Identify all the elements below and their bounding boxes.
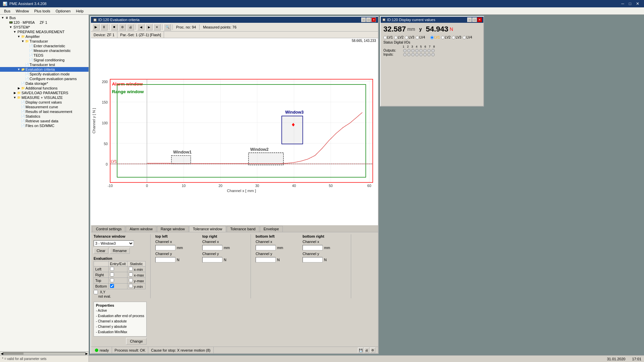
lv-left-radio-4[interactable] — [416, 36, 419, 39]
status-settings-btn[interactable]: ⚙ — [370, 348, 375, 353]
tree-item-configure-eval[interactable]: 📄 Configure evaluation params — [0, 76, 89, 81]
menu-window[interactable]: Window — [13, 8, 32, 14]
menu-help[interactable]: Help — [73, 8, 86, 14]
cb-bottom-entry[interactable] — [110, 284, 114, 288]
tree-item-meas-curve[interactable]: 📄 Measurement curve — [0, 105, 89, 109]
cb-left-stat[interactable] — [129, 267, 133, 271]
eval-win-minimize[interactable]: ─ — [361, 17, 366, 22]
top-right-x-input[interactable]: 33.342 — [202, 245, 222, 250]
tree-item-transducer[interactable]: ▼ 📁 Transducer — [0, 39, 89, 44]
rename-button[interactable]: Rename — [110, 248, 130, 254]
tree-item-results-last[interactable]: 📄 Results of last measurement — [0, 109, 89, 114]
lv-left-radio-3[interactable] — [405, 36, 408, 39]
tree-item-specify-eval[interactable]: 📄 Specify evaluation mode — [0, 72, 89, 76]
cb-xy[interactable] — [94, 290, 98, 294]
tab-tolerance-window[interactable]: Tolerance window — [189, 226, 226, 232]
eval-check-top-entry — [108, 278, 127, 284]
tree-item-statistics[interactable]: 📄 Statistics — [0, 114, 89, 119]
lv-right-radio-1[interactable] — [430, 36, 434, 39]
eval-win-close[interactable]: ✕ — [371, 17, 376, 22]
bottom-right-x-input[interactable]: 33.342 — [303, 245, 323, 250]
tab-range-window[interactable]: Range window — [157, 226, 189, 232]
lv-right-radio-3[interactable] — [452, 36, 455, 39]
record-btn[interactable]: ⏺ — [111, 24, 118, 31]
tree-item-amplifier[interactable]: ▼ 📁 Amplifier — [0, 34, 89, 39]
tab-alarm-window[interactable]: Alarm window — [126, 226, 156, 232]
tree-item-teds[interactable]: 📄 TEDS — [0, 53, 89, 58]
tree-item-save-load[interactable]: ▶ 📁 SAVE/LOAD PARAMETERS — [0, 90, 89, 95]
input-leds — [403, 53, 435, 56]
lv-right-radio-2[interactable] — [441, 36, 444, 39]
tab-tolerance-band[interactable]: Tolerance band — [227, 226, 259, 232]
cb-right-stat[interactable] — [129, 273, 133, 277]
dcv-y-block: 54.943 N — [426, 25, 453, 34]
cross-btn[interactable]: ✕ — [153, 24, 161, 31]
tree-item-mp85a[interactable]: 📟 120 · MP85A ZF 1 — [0, 20, 89, 25]
cb-right-entry[interactable] — [110, 273, 114, 277]
eval-window: 🔲 ID:120 Evaluation criteria ─ □ ✕ ▶ ⏸ ⏺ — [90, 16, 379, 354]
tree-item-measure-char[interactable]: 📄 Measure characteristic — [0, 48, 89, 53]
dcv-win-maximize[interactable]: □ — [472, 17, 477, 22]
right-arr-btn[interactable]: ▶ — [145, 24, 153, 31]
status-print-btn[interactable]: 🖨 — [364, 348, 369, 353]
cb-bottom-stat[interactable] — [129, 284, 133, 288]
data-storage-icon: 📄 — [21, 82, 25, 85]
results-last-icon: 📄 — [21, 110, 25, 113]
tree-item-transducer-test[interactable]: 📄 Transducer test — [0, 62, 89, 67]
lv-left-radio-1[interactable] — [383, 36, 387, 39]
top-right-y-input[interactable]: 71.548 — [202, 257, 222, 262]
left-arr-btn[interactable]: ◀ — [137, 24, 145, 31]
dcv-win-minimize[interactable]: ─ — [467, 17, 472, 22]
bottom-right-y-input[interactable]: 41.987 — [303, 257, 323, 262]
toolbar-sep3 — [162, 24, 162, 30]
tree-item-data-storage[interactable]: 📄 Data storage* — [0, 81, 89, 86]
tree-item-display-curr[interactable]: 📄 Display current values — [0, 100, 89, 105]
tree-item-retrieve-saved[interactable]: 📄 Retrieve saved data — [0, 119, 89, 123]
pause-btn[interactable]: ⏸ — [100, 24, 108, 31]
zoom-btn[interactable]: 🔍 — [164, 24, 171, 31]
play-btn[interactable]: ▶ — [92, 24, 100, 31]
tree-item-prepare[interactable]: ▼ PREPARE MEASUREMENT — [0, 29, 89, 34]
eval-win-maximize[interactable]: □ — [366, 17, 371, 22]
bottom-left-y-input[interactable]: 41.987 — [256, 257, 276, 262]
scroll-left-btn[interactable]: ◀ — [1, 352, 3, 355]
tree-item-signal-cond[interactable]: 📄 Signal conditioning — [0, 58, 89, 62]
change-button[interactable]: Change — [126, 338, 147, 345]
tree-item-add-functions[interactable]: ▶ 📁 Additional functions — [0, 86, 89, 90]
cb-top-entry[interactable] — [110, 278, 114, 282]
top-left-x-input[interactable]: 31.107 — [155, 245, 175, 250]
tree-item-files-sd[interactable]: 📄 Files on SD/MMC — [0, 123, 89, 128]
bottom-left-x-input[interactable]: 31.107 — [256, 245, 276, 250]
lv-left-2-label: LV2 — [398, 36, 404, 39]
cb-top-stat[interactable] — [129, 278, 133, 282]
scroll-right-btn[interactable]: ▶ — [86, 352, 88, 355]
maximize-button[interactable]: □ — [627, 0, 633, 7]
config-btn[interactable]: ⚙ — [119, 24, 126, 31]
window-select[interactable]: 3 - Window3 1 - Window1 2 - Window2 — [94, 240, 134, 246]
cb-left-entry[interactable] — [110, 267, 114, 271]
tree-scrollbar[interactable]: ◀ ▶ — [0, 351, 89, 355]
lv-left-radio-2[interactable] — [394, 36, 397, 39]
menu-plus-tools[interactable]: Plus tools — [32, 8, 53, 14]
mp85a-icon: 📟 — [9, 21, 13, 24]
dcv-win-close[interactable]: ✕ — [477, 17, 482, 22]
tree-item-enter-char[interactable]: 📄 Enter characteristic — [0, 44, 89, 48]
print-btn[interactable]: 🖨 — [127, 24, 134, 31]
menu-bus[interactable]: Bus — [1, 8, 13, 14]
top-left-y-input[interactable]: 71.548 — [155, 257, 175, 262]
lv-right-radio-4[interactable] — [463, 36, 466, 39]
close-button[interactable]: ✕ — [634, 0, 641, 7]
tree-item-system[interactable]: ▼ SYSTEM* — [0, 25, 89, 29]
clear-button[interactable]: Clear — [94, 248, 108, 254]
status-save-btn[interactable]: 💾 — [358, 348, 363, 353]
tree-item-measure-vis[interactable]: ▼ 📁 MEASURE + VISUALIZE — [0, 95, 89, 100]
scroll-track[interactable] — [3, 352, 86, 355]
tab-envelope[interactable]: Envelope — [260, 226, 283, 232]
tree-expand-bus[interactable]: ▼ — [1, 16, 5, 19]
tree-item-eval-criteria[interactable]: ▼ 📁 Evaluation criteria — [0, 67, 89, 72]
chart-container: 58.665, 143.233 — [91, 38, 378, 225]
minimize-button[interactable]: ─ — [619, 0, 626, 7]
tab-control-settings[interactable]: Control settings — [92, 226, 125, 232]
menu-optionen[interactable]: Optionen — [53, 8, 73, 14]
tree-item-bus[interactable]: ▼ 🖥 Bus — [0, 15, 89, 20]
